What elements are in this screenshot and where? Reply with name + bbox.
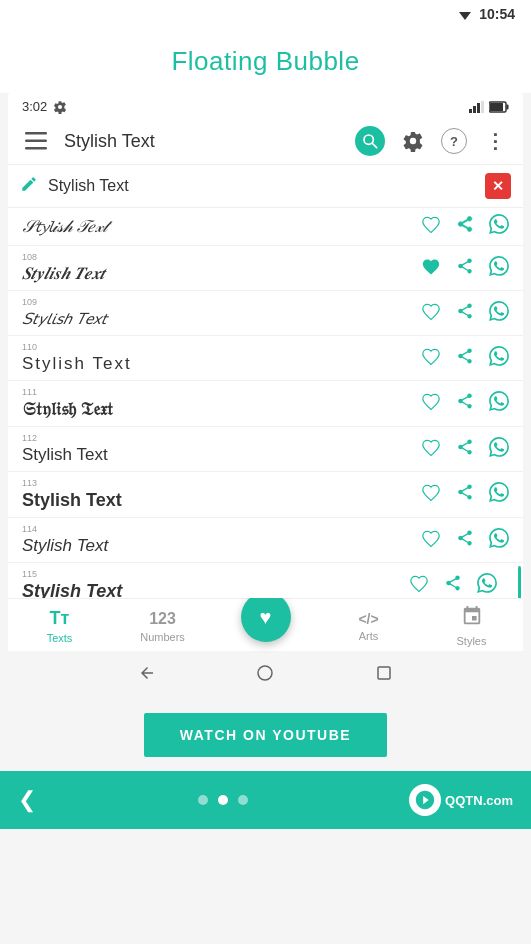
- time-display: 10:54: [479, 6, 515, 22]
- more-button[interactable]: ⋮: [481, 127, 509, 155]
- svg-point-13: [258, 666, 272, 680]
- pencil-icon: [20, 175, 38, 197]
- scrollbar[interactable]: [518, 566, 521, 599]
- page-dot-3: [238, 795, 248, 805]
- nav-arts[interactable]: </> Arts: [317, 611, 420, 642]
- toolbar-title: Stylish Text: [64, 131, 341, 152]
- share-button[interactable]: [455, 302, 475, 325]
- styles-label: Styles: [457, 635, 487, 647]
- like-button[interactable]: [421, 529, 441, 552]
- back-button[interactable]: [135, 661, 159, 685]
- app-toolbar: Stylish Text ? ⋮: [8, 118, 523, 165]
- inner-status-bar: 3:02: [8, 93, 523, 118]
- share-button[interactable]: [455, 257, 475, 280]
- whatsapp-button[interactable]: [489, 391, 509, 416]
- style-row: 111 𝔖𝔱𝔶𝔩𝔦𝔰𝔥 𝔗𝔢𝔵𝔱: [8, 381, 523, 427]
- android-nav-bar: [8, 651, 523, 695]
- svg-rect-14: [378, 667, 390, 679]
- like-button[interactable]: [421, 438, 441, 461]
- share-button[interactable]: [455, 529, 475, 552]
- whatsapp-button[interactable]: [489, 437, 509, 462]
- youtube-section: WATCH ON YOUTUBE: [0, 695, 531, 771]
- clear-search-button[interactable]: ✕: [485, 173, 511, 199]
- main-title-area: Floating Bubble: [0, 28, 531, 93]
- youtube-button[interactable]: WATCH ON YOUTUBE: [144, 713, 387, 757]
- share-button[interactable]: [455, 438, 475, 461]
- svg-rect-3: [477, 103, 480, 113]
- nav-styles[interactable]: Styles: [420, 605, 523, 647]
- style-list: 𝒮𝓽𝔂𝓵𝒾𝓈𝒽 𝒯𝑒𝓍𝓉 108 𝑺𝒕𝒚𝒍𝒊𝒔𝒉 𝑻𝒆𝒙𝒕: [8, 208, 523, 598]
- whatsapp-button[interactable]: [489, 256, 509, 281]
- nav-texts[interactable]: Tт Texts: [8, 608, 111, 644]
- styles-icon: [461, 605, 483, 632]
- footer-logo-area: QQTN.com: [409, 784, 513, 816]
- numbers-icon: 123: [149, 610, 176, 628]
- style-row: 110 Stylish Text: [8, 336, 523, 381]
- svg-rect-8: [25, 132, 47, 135]
- whatsapp-button[interactable]: [489, 214, 509, 239]
- whatsapp-button[interactable]: [477, 573, 497, 598]
- style-number: 111: [22, 387, 421, 397]
- style-text: 𝔖𝔱𝔶𝔩𝔦𝔰𝔥 𝔗𝔢𝔵𝔱: [22, 399, 113, 419]
- style-row: 112 Stylish Text: [8, 427, 523, 472]
- share-button[interactable]: [455, 483, 475, 506]
- help-button[interactable]: ?: [441, 128, 467, 154]
- arts-icon: </>: [358, 611, 378, 627]
- share-button[interactable]: [455, 347, 475, 370]
- style-row: 113 Stylish Text: [8, 472, 523, 518]
- like-button[interactable]: [421, 347, 441, 370]
- whatsapp-button[interactable]: [489, 482, 509, 507]
- style-row: 114 Stylish Text: [8, 518, 523, 563]
- style-text: Stylish Text: [22, 536, 108, 555]
- style-row: 115 Stylish Text: [8, 563, 523, 598]
- home-button[interactable]: [253, 661, 277, 685]
- settings-button[interactable]: [399, 127, 427, 155]
- texts-label: Texts: [47, 632, 73, 644]
- texts-icon: Tт: [50, 608, 70, 629]
- wifi-icon: [457, 8, 473, 20]
- style-number: 115: [22, 569, 409, 579]
- whatsapp-button[interactable]: [489, 528, 509, 553]
- recents-button[interactable]: [372, 661, 396, 685]
- style-number: 110: [22, 342, 421, 352]
- style-number: 113: [22, 478, 421, 488]
- like-button[interactable]: [409, 574, 429, 597]
- style-text: Stylish Text: [22, 490, 122, 510]
- svg-marker-0: [459, 12, 471, 20]
- outer-status-bar: 10:54: [0, 0, 531, 28]
- share-button[interactable]: [443, 574, 463, 597]
- phone-mockup: 3:02 S: [8, 93, 523, 695]
- like-button[interactable]: [421, 392, 441, 415]
- svg-rect-7: [490, 103, 503, 111]
- like-button[interactable]: [421, 215, 441, 238]
- bottom-nav: Tт Texts 123 Numbers ♥ </> Arts Styles: [8, 598, 523, 651]
- nav-numbers[interactable]: 123 Numbers: [111, 610, 214, 643]
- style-text: 𝘚𝘵𝘺𝘭𝘪𝘴𝘩 𝘛𝘦𝘹𝘵: [22, 309, 107, 328]
- arts-label: Arts: [359, 630, 379, 642]
- svg-rect-9: [25, 140, 47, 143]
- app-title: Floating Bubble: [0, 46, 531, 77]
- search-input[interactable]: Stylish Text: [48, 177, 475, 195]
- like-button[interactable]: [421, 257, 441, 280]
- like-button[interactable]: [421, 483, 441, 506]
- nav-favorites[interactable]: ♥: [214, 610, 317, 642]
- like-button[interactable]: [421, 302, 441, 325]
- style-text: 𝑺𝒕𝒚𝒍𝒊𝒔𝒉 𝑻𝒆𝒙𝒕: [22, 264, 105, 283]
- whatsapp-button[interactable]: [489, 301, 509, 326]
- style-text: Stylish Text: [22, 354, 132, 373]
- svg-rect-1: [469, 109, 472, 113]
- footer-back-button[interactable]: ❮: [18, 787, 36, 813]
- fab-button[interactable]: ♥: [241, 592, 291, 642]
- search-button[interactable]: [355, 126, 385, 156]
- share-button[interactable]: [455, 215, 475, 238]
- menu-button[interactable]: [22, 127, 50, 155]
- share-button[interactable]: [455, 392, 475, 415]
- style-row: 109 𝘚𝘵𝘺𝘭𝘪𝘴𝘩 𝘛𝘦𝘹𝘵: [8, 291, 523, 336]
- style-text: 𝒮𝓽𝔂𝓵𝒾𝓈𝒽 𝒯𝑒𝓍𝓉: [22, 217, 107, 236]
- page-dot-2: [218, 795, 228, 805]
- bull-icon: [414, 789, 436, 811]
- whatsapp-button[interactable]: [489, 346, 509, 371]
- svg-rect-4: [481, 101, 484, 113]
- inner-time: 3:02: [22, 99, 47, 114]
- style-row: 𝒮𝓽𝔂𝓵𝒾𝓈𝒽 𝒯𝑒𝓍𝓉: [8, 208, 523, 246]
